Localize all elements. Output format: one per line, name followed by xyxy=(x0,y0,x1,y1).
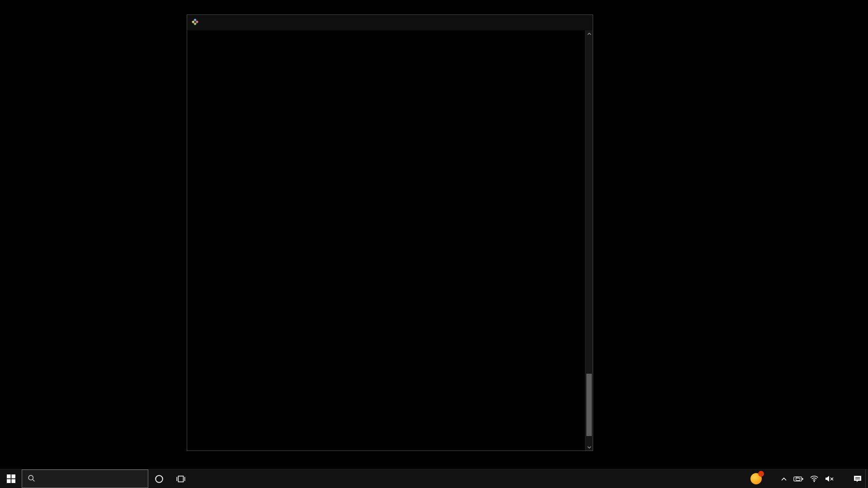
scroll-up-icon[interactable] xyxy=(585,30,593,37)
wifi-icon[interactable] xyxy=(807,469,822,488)
start-button[interactable] xyxy=(0,469,22,488)
close-button[interactable] xyxy=(572,15,593,30)
show-desktop-button[interactable] xyxy=(865,469,868,488)
scrollbar-thumb[interactable] xyxy=(586,374,592,436)
terminal-title-bar[interactable] xyxy=(187,15,593,30)
weather-badge xyxy=(758,471,764,477)
volume-muted-icon[interactable] xyxy=(822,469,837,488)
weather-widget[interactable] xyxy=(747,469,765,488)
terminal-scrollbar[interactable] xyxy=(585,30,593,450)
git-bash-window-icon xyxy=(191,18,199,28)
search-icon xyxy=(28,474,35,483)
taskbar xyxy=(0,469,868,488)
tray-chevron-icon[interactable] xyxy=(778,469,790,488)
minimize-button[interactable] xyxy=(530,15,551,30)
cortana-button[interactable] xyxy=(148,469,170,488)
notification-center-button[interactable] xyxy=(850,469,865,488)
search-input[interactable] xyxy=(22,469,148,488)
system-tray xyxy=(747,469,868,488)
battery-icon[interactable] xyxy=(790,469,807,488)
temperature-label[interactable] xyxy=(765,469,771,488)
weather-condition-label[interactable] xyxy=(771,469,778,488)
language-indicator[interactable] xyxy=(837,469,844,488)
mintty-terminal-window[interactable] xyxy=(187,14,593,451)
scroll-down-icon[interactable] xyxy=(585,444,593,450)
task-view-button[interactable] xyxy=(170,469,192,488)
maximize-button[interactable] xyxy=(551,15,572,30)
terminal-output xyxy=(187,30,585,450)
clock[interactable] xyxy=(844,469,850,488)
